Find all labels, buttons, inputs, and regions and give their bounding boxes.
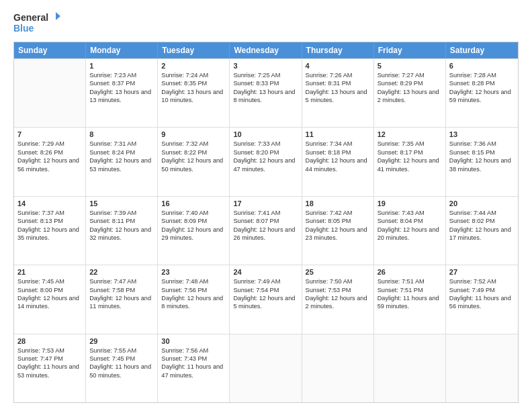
day-number: 21 <box>17 268 82 276</box>
calendar-cell <box>446 334 518 402</box>
cell-line: Daylight: 11 hours and 56 minutes. <box>449 294 515 311</box>
day-number: 19 <box>378 199 442 208</box>
calendar-header-cell: Tuesday <box>158 42 230 58</box>
day-number: 17 <box>233 199 298 208</box>
day-number: 5 <box>378 62 442 70</box>
day-number: 23 <box>161 268 226 276</box>
day-number: 11 <box>306 130 370 138</box>
cell-line: Daylight: 13 hours and 5 minutes. <box>306 88 370 105</box>
cell-line: Daylight: 13 hours and 2 minutes. <box>378 88 442 105</box>
cell-line: Sunset: 8:17 PM <box>378 148 442 156</box>
calendar-cell: 3Sunrise: 7:25 AMSunset: 8:33 PMDaylight… <box>230 59 302 127</box>
calendar-cell: 15Sunrise: 7:39 AMSunset: 8:11 PMDayligh… <box>86 197 158 265</box>
cell-line: Daylight: 12 hours and 29 minutes. <box>161 226 226 242</box>
calendar-cell <box>230 334 302 402</box>
cell-line: Sunrise: 7:52 AM <box>449 277 515 285</box>
day-number: 16 <box>161 199 226 208</box>
cell-line: Daylight: 12 hours and 35 minutes. <box>17 226 82 242</box>
cell-line: Sunset: 8:31 PM <box>306 79 370 87</box>
cell-line: Daylight: 13 hours and 8 minutes. <box>233 88 298 105</box>
calendar-cell: 16Sunrise: 7:40 AMSunset: 8:09 PMDayligh… <box>158 197 230 265</box>
cell-line: Daylight: 13 hours and 13 minutes. <box>89 88 154 105</box>
day-number: 12 <box>378 130 442 138</box>
cell-line: Daylight: 12 hours and 38 minutes. <box>449 156 515 173</box>
cell-line: Daylight: 12 hours and 50 minutes. <box>161 156 226 173</box>
calendar-cell <box>302 334 374 402</box>
day-number: 8 <box>89 130 154 138</box>
cell-line: Sunset: 8:22 PM <box>161 148 226 156</box>
cell-line: Sunset: 8:05 PM <box>306 217 370 225</box>
calendar-cell: 10Sunrise: 7:33 AMSunset: 8:20 PMDayligh… <box>230 128 302 195</box>
cell-line: Daylight: 12 hours and 17 minutes. <box>449 226 515 242</box>
cell-line: Sunset: 8:35 PM <box>161 79 226 87</box>
cell-line: Sunrise: 7:40 AM <box>161 209 226 217</box>
cell-line: Sunrise: 7:50 AM <box>306 277 370 285</box>
cell-line: Sunset: 7:58 PM <box>89 286 154 294</box>
cell-line: Sunrise: 7:25 AM <box>233 71 298 79</box>
cell-line: Daylight: 12 hours and 5 minutes. <box>233 294 298 311</box>
calendar-week-row: 21Sunrise: 7:45 AMSunset: 8:00 PMDayligh… <box>14 265 518 333</box>
cell-line: Sunrise: 7:53 AM <box>17 347 82 355</box>
day-number: 26 <box>378 268 442 276</box>
cell-line: Sunset: 8:09 PM <box>161 217 226 225</box>
calendar-cell: 27Sunrise: 7:52 AMSunset: 7:49 PMDayligh… <box>446 265 518 333</box>
calendar-cell: 5Sunrise: 7:27 AMSunset: 8:29 PMDaylight… <box>374 59 446 127</box>
cell-line: Daylight: 12 hours and 53 minutes. <box>89 156 154 173</box>
day-number: 22 <box>89 268 154 276</box>
day-number: 1 <box>89 62 154 70</box>
day-number: 15 <box>89 199 154 208</box>
calendar-cell: 28Sunrise: 7:53 AMSunset: 7:47 PMDayligh… <box>14 334 86 402</box>
cell-line: Sunset: 7:54 PM <box>233 286 298 294</box>
calendar-week-row: 14Sunrise: 7:37 AMSunset: 8:13 PMDayligh… <box>14 196 518 265</box>
cell-line: Daylight: 12 hours and 23 minutes. <box>306 226 370 242</box>
cell-line: Sunrise: 7:47 AM <box>89 277 154 285</box>
cell-line: Daylight: 12 hours and 41 minutes. <box>378 156 442 173</box>
cell-line: Sunset: 8:29 PM <box>378 79 442 87</box>
header: General Blue <box>13 11 519 35</box>
calendar-cell: 8Sunrise: 7:31 AMSunset: 8:24 PMDaylight… <box>86 128 158 195</box>
cell-line: Sunrise: 7:48 AM <box>161 277 226 285</box>
cell-line: Sunrise: 7:35 AM <box>378 140 442 148</box>
calendar-cell: 7Sunrise: 7:29 AMSunset: 8:26 PMDaylight… <box>14 128 86 195</box>
cell-line: Sunset: 8:04 PM <box>378 217 442 225</box>
calendar-cell: 25Sunrise: 7:50 AMSunset: 7:53 PMDayligh… <box>302 265 374 333</box>
cell-line: Sunset: 8:33 PM <box>233 79 298 87</box>
day-number: 14 <box>17 199 82 208</box>
cell-line: Sunset: 8:18 PM <box>306 148 370 156</box>
calendar-cell: 14Sunrise: 7:37 AMSunset: 8:13 PMDayligh… <box>14 197 86 265</box>
calendar-cell: 11Sunrise: 7:34 AMSunset: 8:18 PMDayligh… <box>302 128 374 195</box>
cell-line: Sunset: 7:49 PM <box>449 286 515 294</box>
cell-line: Sunset: 8:07 PM <box>233 217 298 225</box>
calendar-cell <box>14 59 86 127</box>
cell-line: Sunrise: 7:36 AM <box>449 140 515 148</box>
cell-line: Sunset: 8:37 PM <box>89 79 154 87</box>
cell-line: Daylight: 12 hours and 20 minutes. <box>378 226 442 242</box>
cell-line: Sunrise: 7:34 AM <box>306 140 370 148</box>
page: General Blue SundayMondayTuesdayWednesda… <box>0 0 532 411</box>
day-number: 29 <box>89 337 154 345</box>
calendar-cell: 21Sunrise: 7:45 AMSunset: 8:00 PMDayligh… <box>14 265 86 333</box>
cell-line: Sunrise: 7:51 AM <box>378 277 442 285</box>
calendar-cell: 30Sunrise: 7:56 AMSunset: 7:43 PMDayligh… <box>158 334 230 402</box>
calendar-cell: 17Sunrise: 7:41 AMSunset: 8:07 PMDayligh… <box>230 197 302 265</box>
cell-line: Daylight: 13 hours and 10 minutes. <box>161 88 226 105</box>
calendar-cell: 12Sunrise: 7:35 AMSunset: 8:17 PMDayligh… <box>374 128 446 195</box>
calendar-header-row: SundayMondayTuesdayWednesdayThursdayFrid… <box>14 42 518 58</box>
calendar-header-cell: Monday <box>86 42 158 58</box>
calendar-cell: 1Sunrise: 7:23 AMSunset: 8:37 PMDaylight… <box>86 59 158 127</box>
day-number: 24 <box>233 268 298 276</box>
day-number: 30 <box>161 337 226 345</box>
svg-marker-2 <box>56 12 60 20</box>
cell-line: Daylight: 12 hours and 2 minutes. <box>306 294 370 311</box>
calendar-body: 1Sunrise: 7:23 AMSunset: 8:37 PMDaylight… <box>14 58 518 402</box>
calendar: SundayMondayTuesdayWednesdayThursdayFrid… <box>13 42 519 403</box>
cell-line: Sunset: 7:45 PM <box>89 355 154 363</box>
cell-line: Daylight: 11 hours and 53 minutes. <box>17 363 82 379</box>
calendar-header-cell: Saturday <box>446 42 518 58</box>
day-number: 10 <box>233 130 298 138</box>
cell-line: Sunrise: 7:24 AM <box>161 71 226 79</box>
day-number: 2 <box>161 62 226 70</box>
cell-line: Sunset: 8:15 PM <box>449 148 515 156</box>
cell-line: Sunrise: 7:49 AM <box>233 277 298 285</box>
cell-line: Sunrise: 7:31 AM <box>89 140 154 148</box>
